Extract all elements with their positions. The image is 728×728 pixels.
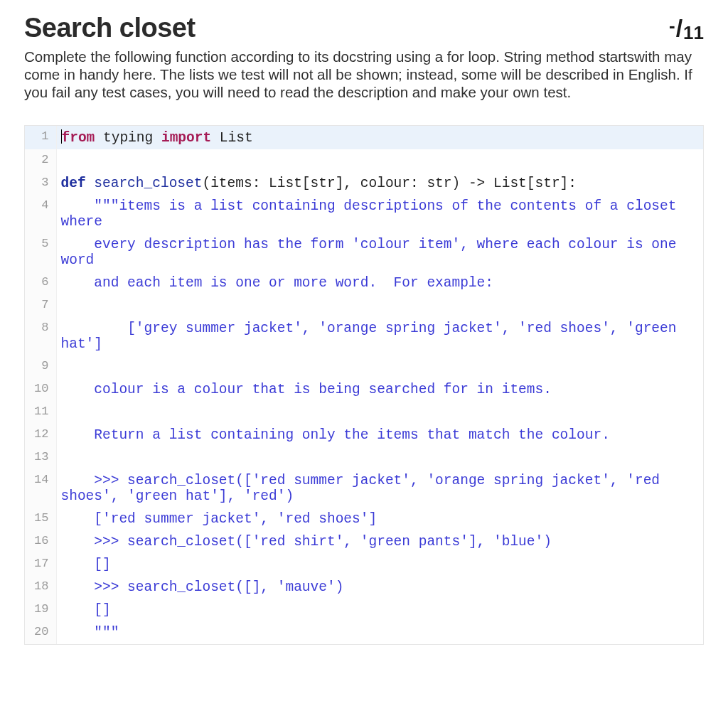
- code-line-15[interactable]: 15 ['red summer jacket', 'red shoes']: [25, 508, 703, 530]
- code-content[interactable]: [56, 355, 703, 378]
- code-content[interactable]: []: [56, 599, 703, 621]
- code-editor-lines: 1 from typing import List 2 3 def search…: [25, 126, 703, 644]
- line-number: 3: [25, 172, 56, 195]
- code-line-9[interactable]: 9: [25, 355, 703, 378]
- code-content[interactable]: every description has the form 'colour i…: [56, 233, 703, 272]
- code-content[interactable]: [56, 149, 703, 172]
- code-line-13[interactable]: 13: [25, 446, 703, 469]
- code-content[interactable]: def search_closet(items: List[str], colo…: [56, 172, 703, 195]
- code-content[interactable]: >>> search_closet(['red summer jacket', …: [56, 469, 703, 508]
- code-content[interactable]: [56, 446, 703, 469]
- code-content[interactable]: """: [56, 621, 703, 644]
- code-line-19[interactable]: 19 []: [25, 599, 703, 621]
- code-content[interactable]: >>> search_closet([], 'mauve'): [56, 576, 703, 599]
- code-content[interactable]: ['grey summer jacket', 'orange spring ja…: [56, 317, 703, 355]
- code-line-1[interactable]: 1 from typing import List: [25, 126, 703, 149]
- code-line-20[interactable]: 20 """: [25, 621, 703, 644]
- code-content[interactable]: Return a list containing only the items …: [56, 424, 703, 446]
- code-line-16[interactable]: 16 >>> search_closet(['red shirt', 'gree…: [25, 530, 703, 553]
- code-line-8[interactable]: 8 ['grey summer jacket', 'orange spring …: [25, 317, 703, 355]
- score-numerator: -: [669, 15, 675, 36]
- exercise-page: Search closet -/11 Complete the followin…: [0, 0, 728, 645]
- line-number: 10: [25, 378, 56, 401]
- page-title: Search closet: [24, 13, 196, 43]
- code-content[interactable]: >>> search_closet(['red shirt', 'green p…: [56, 530, 703, 553]
- header: Search closet -/11: [24, 13, 704, 43]
- line-number: 16: [25, 530, 56, 553]
- code-line-4[interactable]: 4 """items is a list containing descript…: [25, 195, 703, 233]
- code-line-18[interactable]: 18 >>> search_closet([], 'mauve'): [25, 576, 703, 599]
- code-editor[interactable]: 1 from typing import List 2 3 def search…: [24, 125, 704, 645]
- line-number: 14: [25, 469, 56, 508]
- code-line-11[interactable]: 11: [25, 401, 703, 424]
- score-denominator: 11: [683, 22, 704, 43]
- line-number: 7: [25, 294, 56, 317]
- line-number: 11: [25, 401, 56, 424]
- code-line-6[interactable]: 6 and each item is one or more word. For…: [25, 272, 703, 294]
- exercise-description: Complete the following function accordin…: [24, 48, 692, 101]
- code-content[interactable]: ['red summer jacket', 'red shoes']: [56, 508, 703, 530]
- code-line-3[interactable]: 3 def search_closet(items: List[str], co…: [25, 172, 703, 195]
- line-number: 6: [25, 272, 56, 294]
- code-line-17[interactable]: 17 []: [25, 553, 703, 576]
- code-line-7[interactable]: 7: [25, 294, 703, 317]
- code-line-14[interactable]: 14 >>> search_closet(['red summer jacket…: [25, 469, 703, 508]
- code-content[interactable]: []: [56, 553, 703, 576]
- line-number: 17: [25, 553, 56, 576]
- line-number: 12: [25, 424, 56, 446]
- score-slash: /: [675, 14, 683, 41]
- code-line-12[interactable]: 12 Return a list containing only the ite…: [25, 424, 703, 446]
- code-content[interactable]: [56, 294, 703, 317]
- code-line-10[interactable]: 10 colour is a colour that is being sear…: [25, 378, 703, 401]
- code-content[interactable]: from typing import List: [56, 126, 703, 149]
- line-number: 8: [25, 317, 56, 355]
- line-number: 5: [25, 233, 56, 272]
- line-number: 19: [25, 599, 56, 621]
- code-line-5[interactable]: 5 every description has the form 'colour…: [25, 233, 703, 272]
- code-content[interactable]: and each item is one or more word. For e…: [56, 272, 703, 294]
- line-number: 2: [25, 149, 56, 172]
- line-number: 13: [25, 446, 56, 469]
- line-number: 4: [25, 195, 56, 233]
- line-number: 1: [25, 126, 56, 149]
- line-number: 20: [25, 621, 56, 644]
- score-display: -/11: [669, 14, 704, 42]
- line-number: 15: [25, 508, 56, 530]
- code-line-2[interactable]: 2: [25, 149, 703, 172]
- code-content[interactable]: [56, 401, 703, 424]
- line-number: 18: [25, 576, 56, 599]
- code-content[interactable]: """items is a list containing descriptio…: [56, 195, 703, 233]
- line-number: 9: [25, 355, 56, 378]
- code-content[interactable]: colour is a colour that is being searche…: [56, 378, 703, 401]
